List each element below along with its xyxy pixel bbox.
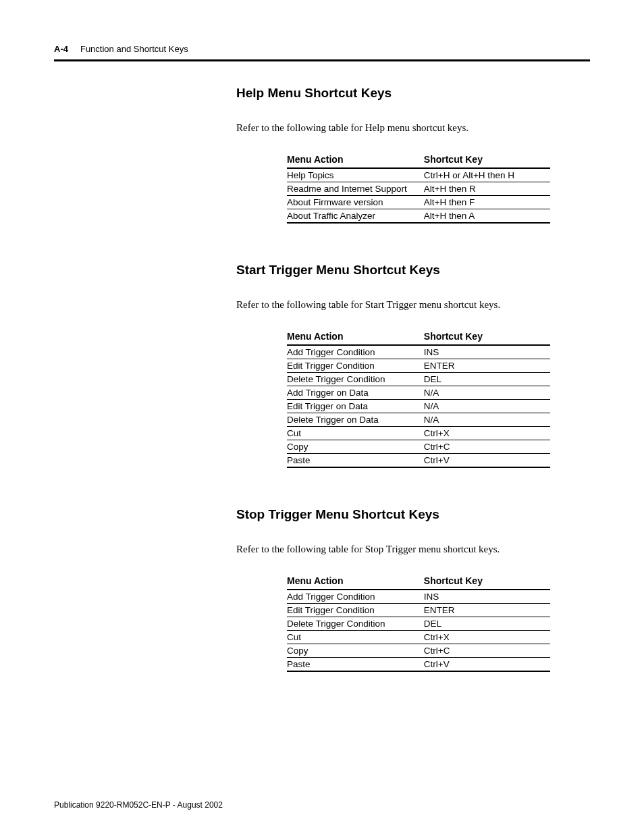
col-menu-action: Menu Action bbox=[287, 153, 424, 168]
shortcut-table: Menu Action Shortcut Key Add Trigger Con… bbox=[287, 574, 550, 672]
cell-key: Ctrl+X bbox=[424, 427, 550, 440]
document-page: A-4 Function and Shortcut Keys Help Menu… bbox=[0, 0, 644, 834]
cell-action: Add Trigger on Data bbox=[287, 386, 424, 400]
col-menu-action: Menu Action bbox=[287, 574, 424, 590]
cell-key: Alt+H then R bbox=[424, 182, 550, 196]
table-row: PasteCtrl+V bbox=[287, 454, 550, 468]
cell-action: Edit Trigger on Data bbox=[287, 400, 424, 413]
cell-action: Paste bbox=[287, 658, 424, 672]
table-row: About Traffic AnalyzerAlt+H then A bbox=[287, 209, 550, 224]
table-row: Add Trigger on DataN/A bbox=[287, 386, 550, 400]
col-shortcut-key: Shortcut Key bbox=[424, 574, 550, 590]
section-intro: Refer to the following table for Stop Tr… bbox=[236, 544, 590, 555]
table-row: Add Trigger ConditionINS bbox=[287, 345, 550, 359]
table-row: Delete Trigger ConditionDEL bbox=[287, 617, 550, 631]
cell-action: Delete Trigger Condition bbox=[287, 373, 424, 386]
table-row: CutCtrl+X bbox=[287, 631, 550, 644]
cell-key: N/A bbox=[424, 386, 550, 400]
table-row: Help TopicsCtrl+H or Alt+H then H bbox=[287, 168, 550, 182]
section-start-trigger: Start Trigger Menu Shortcut Keys Refer t… bbox=[236, 263, 590, 468]
table-row: About Firmware versionAlt+H then F bbox=[287, 196, 550, 209]
table-row: Delete Trigger ConditionDEL bbox=[287, 373, 550, 386]
table-row: Add Trigger ConditionINS bbox=[287, 590, 550, 604]
section-title: Stop Trigger Menu Shortcut Keys bbox=[236, 507, 590, 522]
table-row: Delete Trigger on DataN/A bbox=[287, 413, 550, 427]
cell-key: Ctrl+C bbox=[424, 644, 550, 658]
section-intro: Refer to the following table for Start T… bbox=[236, 299, 590, 311]
shortcut-table: Menu Action Shortcut Key Help TopicsCtrl… bbox=[287, 153, 550, 224]
cell-action: Paste bbox=[287, 454, 424, 468]
cell-action: Cut bbox=[287, 631, 424, 644]
cell-key: DEL bbox=[424, 617, 550, 631]
table-row: CutCtrl+X bbox=[287, 427, 550, 440]
table-row: PasteCtrl+V bbox=[287, 658, 550, 672]
table-row: Readme and Internet SupportAlt+H then R bbox=[287, 182, 550, 196]
header-title: Function and Shortcut Keys bbox=[80, 44, 188, 54]
cell-key: N/A bbox=[424, 400, 550, 413]
page-header: A-4 Function and Shortcut Keys bbox=[54, 44, 590, 54]
cell-action: Delete Trigger Condition bbox=[287, 617, 424, 631]
table-header-row: Menu Action Shortcut Key bbox=[287, 153, 550, 168]
cell-action: Add Trigger Condition bbox=[287, 345, 424, 359]
header-rule bbox=[54, 59, 590, 61]
table-header-row: Menu Action Shortcut Key bbox=[287, 330, 550, 345]
section-title: Help Menu Shortcut Keys bbox=[236, 86, 590, 101]
footer-publication: Publication 9220-RM052C-EN-P - August 20… bbox=[54, 800, 223, 810]
cell-key: Alt+H then F bbox=[424, 196, 550, 209]
cell-action: Copy bbox=[287, 440, 424, 454]
cell-key: Ctrl+V bbox=[424, 454, 550, 468]
cell-key: DEL bbox=[424, 373, 550, 386]
cell-key: Ctrl+C bbox=[424, 440, 550, 454]
cell-action: Add Trigger Condition bbox=[287, 590, 424, 604]
shortcut-table: Menu Action Shortcut Key Add Trigger Con… bbox=[287, 330, 550, 468]
cell-action: About Firmware version bbox=[287, 196, 424, 209]
cell-action: About Traffic Analyzer bbox=[287, 209, 424, 224]
cell-action: Edit Trigger Condition bbox=[287, 604, 424, 617]
cell-key: N/A bbox=[424, 413, 550, 427]
cell-key: INS bbox=[424, 345, 550, 359]
col-shortcut-key: Shortcut Key bbox=[424, 330, 550, 345]
table-row: Edit Trigger on DataN/A bbox=[287, 400, 550, 413]
cell-key: ENTER bbox=[424, 359, 550, 373]
cell-action: Delete Trigger on Data bbox=[287, 413, 424, 427]
table-row: Edit Trigger ConditionENTER bbox=[287, 604, 550, 617]
content-area: Help Menu Shortcut Keys Refer to the fol… bbox=[236, 86, 590, 672]
cell-action: Help Topics bbox=[287, 168, 424, 182]
table-row: CopyCtrl+C bbox=[287, 440, 550, 454]
cell-key: Ctrl+V bbox=[424, 658, 550, 672]
section-title: Start Trigger Menu Shortcut Keys bbox=[236, 263, 590, 278]
table-row: CopyCtrl+C bbox=[287, 644, 550, 658]
cell-key: Alt+H then A bbox=[424, 209, 550, 224]
col-menu-action: Menu Action bbox=[287, 330, 424, 345]
table-row: Edit Trigger ConditionENTER bbox=[287, 359, 550, 373]
cell-action: Edit Trigger Condition bbox=[287, 359, 424, 373]
cell-action: Copy bbox=[287, 644, 424, 658]
col-shortcut-key: Shortcut Key bbox=[424, 153, 550, 168]
cell-action: Cut bbox=[287, 427, 424, 440]
section-help-menu: Help Menu Shortcut Keys Refer to the fol… bbox=[236, 86, 590, 224]
section-intro: Refer to the following table for Help me… bbox=[236, 122, 590, 134]
cell-key: Ctrl+X bbox=[424, 631, 550, 644]
table-header-row: Menu Action Shortcut Key bbox=[287, 574, 550, 590]
cell-key: Ctrl+H or Alt+H then H bbox=[424, 168, 550, 182]
cell-key: ENTER bbox=[424, 604, 550, 617]
page-number: A-4 bbox=[54, 44, 68, 54]
cell-key: INS bbox=[424, 590, 550, 604]
cell-action: Readme and Internet Support bbox=[287, 182, 424, 196]
section-stop-trigger: Stop Trigger Menu Shortcut Keys Refer to… bbox=[236, 507, 590, 672]
